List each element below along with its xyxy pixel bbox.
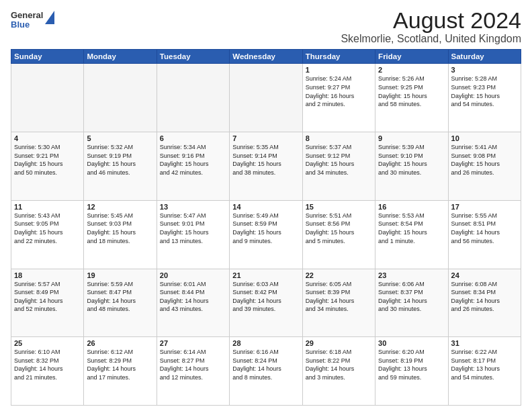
day-info: Sunrise: 6:10 AM Sunset: 8:32 PM Dayligh… xyxy=(14,348,81,381)
day-number: 28 xyxy=(232,339,299,347)
day-info: Sunrise: 6:18 AM Sunset: 8:22 PM Dayligh… xyxy=(306,348,372,381)
table-row: 31Sunrise: 6:22 AM Sunset: 8:17 PM Dayli… xyxy=(448,337,521,406)
table-row xyxy=(11,64,84,132)
table-row xyxy=(157,64,229,132)
logo: General Blue xyxy=(11,11,54,30)
day-info: Sunrise: 5:45 AM Sunset: 9:03 PM Dayligh… xyxy=(87,212,153,245)
day-number: 7 xyxy=(232,134,299,142)
calendar-week-3: 18Sunrise: 5:57 AM Sunset: 8:49 PM Dayli… xyxy=(11,269,521,337)
day-number: 14 xyxy=(232,203,299,211)
day-info: Sunrise: 5:53 AM Sunset: 8:54 PM Dayligh… xyxy=(378,212,445,245)
day-info: Sunrise: 5:32 AM Sunset: 9:19 PM Dayligh… xyxy=(87,143,153,177)
day-number: 13 xyxy=(160,203,226,211)
table-row: 23Sunrise: 6:06 AM Sunset: 8:37 PM Dayli… xyxy=(375,269,448,337)
day-info: Sunrise: 5:39 AM Sunset: 9:10 PM Dayligh… xyxy=(378,143,445,177)
day-number: 6 xyxy=(160,134,226,142)
day-number: 24 xyxy=(451,271,518,279)
day-number: 27 xyxy=(160,339,226,347)
day-info: Sunrise: 5:26 AM Sunset: 9:25 PM Dayligh… xyxy=(378,75,445,108)
table-row: 19Sunrise: 5:59 AM Sunset: 8:47 PM Dayli… xyxy=(84,269,157,337)
day-number: 21 xyxy=(232,271,299,279)
day-number: 26 xyxy=(87,339,153,347)
table-row: 17Sunrise: 5:55 AM Sunset: 8:51 PM Dayli… xyxy=(448,200,521,269)
month-year: August 2024 xyxy=(341,8,521,33)
table-row: 16Sunrise: 5:53 AM Sunset: 8:54 PM Dayli… xyxy=(375,200,448,269)
table-row: 8Sunrise: 5:37 AM Sunset: 9:12 PM Daylig… xyxy=(302,132,375,201)
calendar-table: Sunday Monday Tuesday Wednesday Thursday… xyxy=(11,49,521,406)
day-number: 15 xyxy=(306,203,372,211)
day-number: 9 xyxy=(378,134,445,142)
day-number: 5 xyxy=(87,134,153,142)
table-row: 13Sunrise: 5:47 AM Sunset: 9:01 PM Dayli… xyxy=(157,200,229,269)
day-info: Sunrise: 6:03 AM Sunset: 8:42 PM Dayligh… xyxy=(232,280,299,314)
day-info: Sunrise: 6:16 AM Sunset: 8:24 PM Dayligh… xyxy=(232,348,299,381)
day-info: Sunrise: 6:01 AM Sunset: 8:44 PM Dayligh… xyxy=(160,280,226,314)
day-number: 16 xyxy=(378,203,445,211)
col-saturday: Saturday xyxy=(448,50,521,64)
day-number: 25 xyxy=(14,339,81,347)
calendar-header-row: Sunday Monday Tuesday Wednesday Thursday… xyxy=(11,50,521,64)
table-row xyxy=(84,64,157,132)
day-info: Sunrise: 5:57 AM Sunset: 8:49 PM Dayligh… xyxy=(14,280,81,314)
day-info: Sunrise: 6:12 AM Sunset: 8:29 PM Dayligh… xyxy=(87,348,153,381)
table-row: 26Sunrise: 6:12 AM Sunset: 8:29 PM Dayli… xyxy=(84,337,157,406)
day-info: Sunrise: 5:41 AM Sunset: 9:08 PM Dayligh… xyxy=(451,143,518,177)
day-info: Sunrise: 6:14 AM Sunset: 8:27 PM Dayligh… xyxy=(160,348,226,381)
col-tuesday: Tuesday xyxy=(157,50,229,64)
location: Skelmorlie, Scotland, United Kingdom xyxy=(341,33,521,45)
logo-text: General Blue xyxy=(11,11,43,30)
table-row: 6Sunrise: 5:34 AM Sunset: 9:16 PM Daylig… xyxy=(157,132,229,201)
table-row xyxy=(230,64,302,132)
day-number: 23 xyxy=(378,271,445,279)
day-info: Sunrise: 5:28 AM Sunset: 9:23 PM Dayligh… xyxy=(451,75,518,108)
col-monday: Monday xyxy=(84,50,157,64)
day-number: 30 xyxy=(378,339,445,347)
day-info: Sunrise: 5:30 AM Sunset: 9:21 PM Dayligh… xyxy=(14,143,81,177)
day-info: Sunrise: 5:49 AM Sunset: 8:59 PM Dayligh… xyxy=(232,212,299,245)
calendar-week-4: 25Sunrise: 6:10 AM Sunset: 8:32 PM Dayli… xyxy=(11,337,521,406)
day-info: Sunrise: 5:37 AM Sunset: 9:12 PM Dayligh… xyxy=(306,143,372,177)
table-row: 15Sunrise: 5:51 AM Sunset: 8:56 PM Dayli… xyxy=(302,200,375,269)
header: General Blue August 2024 Skelmorlie, Sco… xyxy=(11,8,521,45)
logo-general: General xyxy=(11,11,43,20)
day-number: 10 xyxy=(451,134,518,142)
table-row: 5Sunrise: 5:32 AM Sunset: 9:19 PM Daylig… xyxy=(84,132,157,201)
day-number: 11 xyxy=(14,203,81,211)
day-number: 17 xyxy=(451,203,518,211)
title-block: August 2024 Skelmorlie, Scotland, United… xyxy=(341,8,521,45)
day-number: 29 xyxy=(306,339,372,347)
logo-blue: Blue xyxy=(11,20,43,30)
calendar-week-0: 1Sunrise: 5:24 AM Sunset: 9:27 PM Daylig… xyxy=(11,64,521,132)
logo-icon xyxy=(45,11,54,24)
table-row: 3Sunrise: 5:28 AM Sunset: 9:23 PM Daylig… xyxy=(448,64,521,132)
day-info: Sunrise: 5:47 AM Sunset: 9:01 PM Dayligh… xyxy=(160,212,226,245)
table-row: 10Sunrise: 5:41 AM Sunset: 9:08 PM Dayli… xyxy=(448,132,521,201)
table-row: 25Sunrise: 6:10 AM Sunset: 8:32 PM Dayli… xyxy=(11,337,84,406)
col-sunday: Sunday xyxy=(11,50,84,64)
table-row: 24Sunrise: 6:08 AM Sunset: 8:34 PM Dayli… xyxy=(448,269,521,337)
table-row: 14Sunrise: 5:49 AM Sunset: 8:59 PM Dayli… xyxy=(230,200,302,269)
day-info: Sunrise: 6:22 AM Sunset: 8:17 PM Dayligh… xyxy=(451,348,518,381)
table-row: 2Sunrise: 5:26 AM Sunset: 9:25 PM Daylig… xyxy=(375,64,448,132)
calendar-week-1: 4Sunrise: 5:30 AM Sunset: 9:21 PM Daylig… xyxy=(11,132,521,201)
col-friday: Friday xyxy=(375,50,448,64)
table-row: 11Sunrise: 5:43 AM Sunset: 9:05 PM Dayli… xyxy=(11,200,84,269)
day-number: 22 xyxy=(306,271,372,279)
day-number: 3 xyxy=(451,66,518,74)
table-row: 28Sunrise: 6:16 AM Sunset: 8:24 PM Dayli… xyxy=(230,337,302,406)
day-info: Sunrise: 5:24 AM Sunset: 9:27 PM Dayligh… xyxy=(306,75,372,108)
day-number: 2 xyxy=(378,66,445,74)
day-number: 4 xyxy=(14,134,81,142)
day-info: Sunrise: 5:34 AM Sunset: 9:16 PM Dayligh… xyxy=(160,143,226,177)
table-row: 21Sunrise: 6:03 AM Sunset: 8:42 PM Dayli… xyxy=(230,269,302,337)
day-info: Sunrise: 6:08 AM Sunset: 8:34 PM Dayligh… xyxy=(451,280,518,314)
day-number: 31 xyxy=(451,339,518,347)
day-info: Sunrise: 5:43 AM Sunset: 9:05 PM Dayligh… xyxy=(14,212,81,245)
day-info: Sunrise: 6:06 AM Sunset: 8:37 PM Dayligh… xyxy=(378,280,445,314)
col-thursday: Thursday xyxy=(302,50,375,64)
day-info: Sunrise: 5:51 AM Sunset: 8:56 PM Dayligh… xyxy=(306,212,372,245)
day-info: Sunrise: 5:35 AM Sunset: 9:14 PM Dayligh… xyxy=(232,143,299,177)
table-row: 29Sunrise: 6:18 AM Sunset: 8:22 PM Dayli… xyxy=(302,337,375,406)
table-row: 7Sunrise: 5:35 AM Sunset: 9:14 PM Daylig… xyxy=(230,132,302,201)
table-row: 20Sunrise: 6:01 AM Sunset: 8:44 PM Dayli… xyxy=(157,269,229,337)
